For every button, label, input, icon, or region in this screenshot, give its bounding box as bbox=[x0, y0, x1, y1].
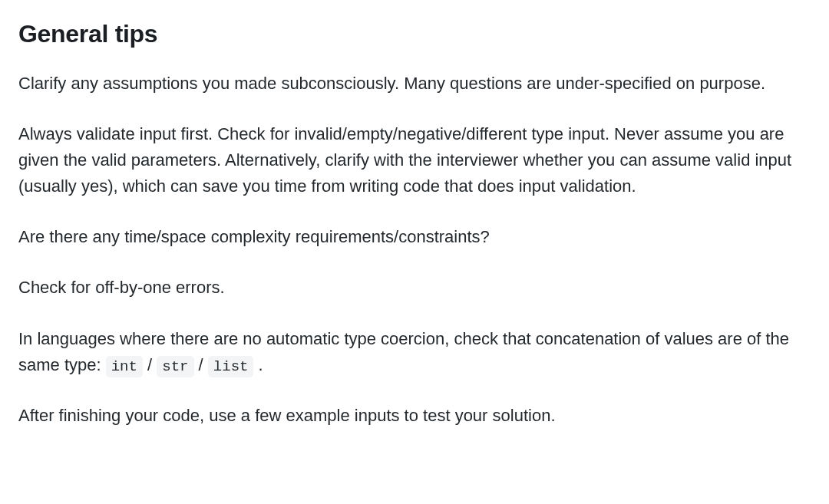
tip-text: / bbox=[194, 355, 208, 374]
tip-text: / bbox=[143, 355, 157, 374]
tip-paragraph: After finishing your code, use a few exa… bbox=[18, 403, 811, 429]
tip-paragraph: Are there any time/space complexity requ… bbox=[18, 224, 811, 250]
tip-paragraph: Always validate input first. Check for i… bbox=[18, 121, 811, 199]
code-token: str bbox=[157, 356, 193, 377]
code-token: list bbox=[208, 356, 254, 377]
tip-text: . bbox=[253, 355, 263, 374]
tip-paragraph: Clarify any assumptions you made subcons… bbox=[18, 71, 811, 97]
code-token: int bbox=[106, 356, 143, 377]
tip-paragraph: Check for off-by-one errors. bbox=[18, 275, 811, 301]
section-heading: General tips bbox=[18, 15, 811, 52]
tip-paragraph: In languages where there are no automati… bbox=[18, 326, 811, 379]
